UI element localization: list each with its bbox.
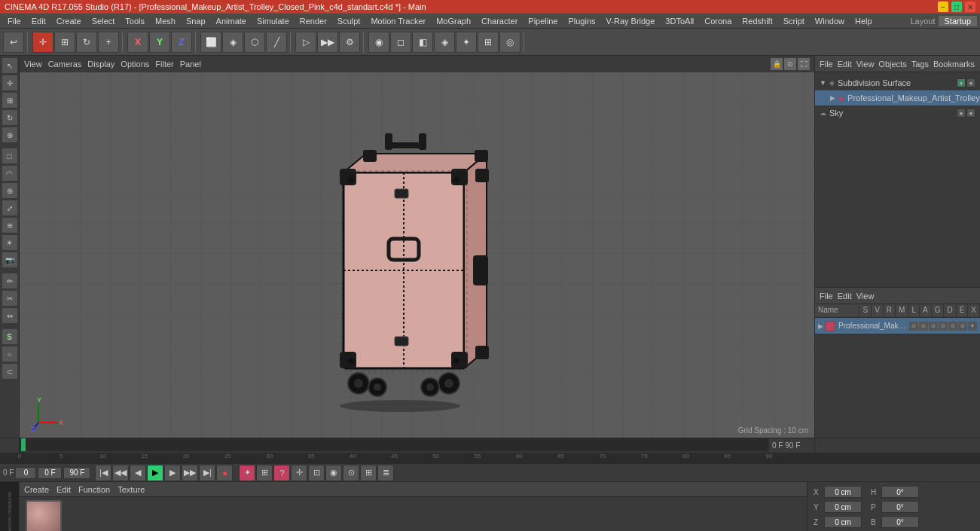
layout-selector[interactable]: Startup [939, 16, 977, 26]
viewport-canvas[interactable]: X Y Z Grid Spacing : 10 cm [20, 72, 814, 438]
light-button[interactable]: ◈ [434, 32, 455, 53]
vp-solo-btn[interactable]: ⊙ [784, 58, 796, 70]
vp-lock-btn[interactable]: 🔒 [771, 58, 783, 70]
left-fields-btn[interactable]: ≋ [2, 217, 18, 233]
render-settings-button[interactable]: ⚙ [339, 32, 360, 53]
scene-bookmarks-menu[interactable]: Bookmarks [933, 60, 975, 69]
menu-plugins[interactable]: Plugins [563, 15, 600, 27]
viewport[interactable]: View Cameras Display Options Filter Pane… [20, 56, 814, 438]
menu-motion-tracker[interactable]: Motion Tracker [366, 15, 430, 27]
x-input[interactable] [824, 486, 862, 498]
scrubber-bar[interactable] [20, 438, 769, 452]
scale-tool-button[interactable]: ⊞ [54, 32, 75, 53]
snap-button[interactable]: ✦ [456, 32, 477, 53]
material-thumbnail[interactable] [26, 500, 62, 531]
z-axis-button[interactable]: Z [171, 32, 192, 53]
grid-button[interactable]: ⊞ [478, 32, 499, 53]
render-button[interactable]: ▷ [295, 32, 316, 53]
menu-sculpt[interactable]: Sculpt [333, 15, 365, 27]
pb-extra-7[interactable]: ⊙ [343, 465, 359, 481]
camera-button[interactable]: ◎ [499, 32, 521, 53]
x-axis-button[interactable]: X [127, 32, 148, 53]
close-button[interactable]: ✕ [965, 2, 975, 12]
left-primitives-btn[interactable]: □ [2, 148, 18, 164]
texture-button[interactable]: ◧ [412, 32, 433, 53]
go-start-button[interactable]: |◀ [95, 465, 111, 481]
scene-objects-menu[interactable]: Objects [878, 60, 906, 69]
scene-edit-menu[interactable]: Edit [838, 60, 852, 69]
vp-menu-view[interactable]: View [24, 60, 42, 69]
pb-extra-1[interactable]: ✦ [239, 465, 255, 481]
menu-corona[interactable]: Corona [700, 15, 736, 27]
y-axis-button[interactable]: Y [149, 32, 170, 53]
fps-input[interactable] [38, 467, 62, 479]
rotate-tool-button[interactable]: ↻ [76, 32, 97, 53]
left-select-btn[interactable]: ↖ [2, 57, 18, 74]
vp-menu-display[interactable]: Display [87, 60, 114, 69]
mat-icon-1[interactable]: ⊙ [909, 322, 918, 331]
menu-window[interactable]: Window [811, 15, 849, 27]
undo-button[interactable]: ↩ [3, 32, 24, 53]
mat-row-trolley[interactable]: ▶ Professional_Makeup_Artist_Trolley_Clo… [815, 318, 980, 334]
scene-file-menu[interactable]: File [820, 60, 833, 69]
scene-item-sky[interactable]: ☁ Sky ● ● [815, 105, 980, 121]
next-frame-button[interactable]: ▶▶ [182, 465, 198, 481]
scene-item-makeup-trolley[interactable]: ▶ ■ Professional_Makeup_Artist_Trolley_C… [815, 90, 980, 105]
menu-edit[interactable]: Edit [27, 15, 50, 27]
mat-function-menu[interactable]: Function [78, 485, 110, 494]
y-input[interactable] [824, 501, 862, 513]
left-cameras-btn[interactable]: 📷 [2, 252, 18, 268]
p-input[interactable] [881, 501, 919, 513]
menu-snap[interactable]: Snap [182, 15, 210, 27]
vp-menu-options[interactable]: Options [121, 60, 149, 69]
menu-mesh[interactable]: Mesh [151, 15, 180, 27]
scene-sky-badge2[interactable]: ● [966, 108, 975, 117]
edge-mode-button[interactable]: ╱ [266, 32, 287, 53]
z-input[interactable] [824, 516, 862, 528]
go-end-button[interactable]: ▶| [199, 465, 215, 481]
left-generators-btn[interactable]: ⊛ [2, 182, 18, 199]
vp-menu-panel[interactable]: Panel [180, 60, 201, 69]
menu-select[interactable]: Select [87, 15, 120, 27]
mat-view-menu[interactable]: View [856, 291, 875, 301]
frame-current-input[interactable] [15, 467, 36, 479]
mat-icon-4[interactable]: ⊙ [939, 322, 948, 331]
mat-icon-5[interactable]: ⊙ [948, 322, 957, 331]
move-tool-button[interactable]: ✛ [32, 32, 53, 53]
maximize-button[interactable]: □ [951, 2, 962, 12]
pb-extra-5[interactable]: ⊡ [308, 465, 325, 481]
mat-texture-menu[interactable]: Texture [118, 485, 145, 494]
pb-extra-9[interactable]: ≣ [377, 465, 394, 481]
vp-fullscreen-btn[interactable]: ⛶ [798, 58, 810, 70]
menu-redshift[interactable]: Redshift [737, 15, 777, 27]
menu-3dtoall[interactable]: 3DToAll [661, 15, 698, 27]
render-active-button[interactable]: ▶▶ [317, 32, 338, 53]
point-mode-button[interactable]: ⬡ [244, 32, 265, 53]
left-lights-btn[interactable]: ☀ [2, 234, 18, 251]
menu-vray[interactable]: V-Ray Bridge [602, 15, 660, 27]
mat-icon-7[interactable]: ✦ [968, 322, 977, 331]
left-splines-btn[interactable]: ◠ [2, 165, 18, 182]
mat-file-menu[interactable]: File [820, 291, 833, 301]
select-button[interactable]: + [98, 32, 119, 53]
left-s-btn[interactable]: S [2, 328, 18, 345]
prev-frame-button[interactable]: ◀◀ [112, 465, 129, 481]
mat-icon-2[interactable]: ⊙ [919, 322, 928, 331]
scene-item-subdivision[interactable]: ▼ ◈ Subdivision Surface ● ● [815, 75, 980, 90]
menu-help[interactable]: Help [850, 15, 877, 27]
menu-tools[interactable]: Tools [121, 15, 149, 27]
menu-render[interactable]: Render [295, 15, 331, 27]
left-scale-btn[interactable]: ⊞ [2, 92, 18, 108]
menu-pipeline[interactable]: Pipeline [524, 15, 562, 27]
mat-create-menu[interactable]: Create [24, 485, 49, 494]
menu-create[interactable]: Create [52, 15, 86, 27]
scene-tags-menu[interactable]: Tags [911, 60, 929, 69]
menu-file[interactable]: File [3, 15, 26, 27]
pb-extra-2[interactable]: ⊞ [256, 465, 273, 481]
scene-sky-badge1[interactable]: ● [957, 108, 966, 117]
left-deformers-btn[interactable]: ⤢ [2, 200, 18, 216]
left-move-btn[interactable]: ✛ [2, 75, 18, 91]
left-sculpt2-btn[interactable]: ⊂ [2, 363, 18, 380]
vp-menu-cameras[interactable]: Cameras [48, 60, 82, 69]
pb-extra-4[interactable]: ✛ [291, 465, 307, 481]
